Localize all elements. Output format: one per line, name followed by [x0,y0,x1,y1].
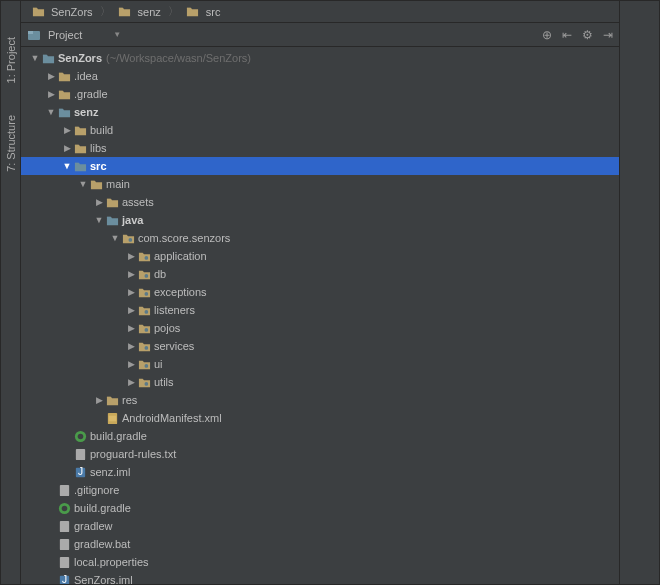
tree-item-label: build.gradle [74,502,131,514]
tree-item-label: ui [154,358,163,370]
folder-icon [89,177,103,191]
package-icon [137,357,151,371]
tree-row[interactable]: build.gradle [21,499,619,517]
svg-rect-21 [59,520,68,531]
tree-item-label: res [122,394,137,406]
tree-row[interactable]: gradlew [21,517,619,535]
tree-arrow-icon[interactable]: ▶ [125,323,137,333]
breadcrumb-separator: 〉 [100,4,111,19]
tree-item-label: main [106,178,130,190]
tree-row[interactable]: ▶services [21,337,619,355]
tree-row[interactable]: ▶res [21,391,619,409]
tree-row[interactable]: ▼SenZors (~/Workspace/wasn/SenZors) [21,49,619,67]
tree-item-path: (~/Workspace/wasn/SenZors) [106,52,251,64]
breadcrumb-item[interactable]: SenZors [25,5,99,19]
tree-row[interactable]: .gitignore [21,481,619,499]
tree-row[interactable]: ▼src [21,157,619,175]
tree-item-label: exceptions [154,286,207,298]
tree-row[interactable]: ▶assets [21,193,619,211]
tree-row[interactable]: AndroidManifest.xml [21,409,619,427]
svg-point-5 [144,292,148,296]
project-view-dropdown[interactable]: Project ▼ [48,29,121,41]
tree-row[interactable]: build.gradle [21,427,619,445]
package-icon [137,321,151,335]
tree-row[interactable]: ▼com.score.senzors [21,229,619,247]
structure-tab-label: 7: Structure [5,115,17,172]
tree-item-label: gradlew [74,520,113,532]
breadcrumb-item[interactable]: src [180,5,227,19]
tree-row[interactable]: ▶.gradle [21,85,619,103]
project-tool-tab[interactable]: 1: Project [3,31,19,89]
tree-item-label: .gitignore [74,484,119,496]
gradle-icon [57,501,71,515]
tree-arrow-icon[interactable]: ▶ [45,71,57,81]
tree-arrow-icon[interactable]: ▼ [93,215,105,225]
tree-item-label: AndroidManifest.xml [122,412,222,424]
breadcrumb-separator: 〉 [168,4,179,19]
tree-arrow-icon[interactable]: ▶ [125,251,137,261]
tree-row[interactable]: ▶db [21,265,619,283]
tree-row[interactable]: gradlew.bat [21,535,619,553]
svg-rect-15 [75,448,84,459]
tree-row[interactable]: ▼java [21,211,619,229]
scroll-from-source-icon[interactable]: ⊕ [542,28,552,42]
ide-window: 1: Project 7: Structure SenZors〉senz〉src… [0,0,660,585]
tree-arrow-icon[interactable]: ▶ [93,197,105,207]
tree-row[interactable]: ▶libs [21,139,619,157]
tree-item-label: assets [122,196,154,208]
structure-tool-tab[interactable]: 7: Structure [3,109,19,178]
xml-icon [105,411,119,425]
tree-arrow-icon[interactable]: ▶ [125,377,137,387]
tree-row[interactable]: ▶listeners [21,301,619,319]
tree-arrow-icon[interactable]: ▶ [125,305,137,315]
chevron-down-icon: ▼ [113,30,121,39]
breadcrumb-bar: SenZors〉senz〉src [21,1,619,23]
project-dropdown-label: Project [48,29,82,41]
tree-item-label: gradlew.bat [74,538,130,550]
tree-row[interactable]: ▶ui [21,355,619,373]
tree-arrow-icon[interactable]: ▼ [29,53,41,63]
svg-point-7 [144,328,148,332]
tree-arrow-icon[interactable]: ▼ [109,233,121,243]
project-tree[interactable]: ▼SenZors (~/Workspace/wasn/SenZors)▶.ide… [21,47,619,584]
tree-row[interactable]: ▼main [21,175,619,193]
tree-row[interactable]: JSenZors.iml [21,571,619,584]
tree-arrow-icon[interactable]: ▶ [93,395,105,405]
tree-row[interactable]: ▶.idea [21,67,619,85]
tree-item-label: pojos [154,322,180,334]
tree-arrow-icon[interactable]: ▶ [125,341,137,351]
tree-arrow-icon[interactable]: ▶ [125,359,137,369]
tree-item-label: senz.iml [90,466,130,478]
settings-gear-icon[interactable]: ⚙ [582,28,593,42]
tree-arrow-icon[interactable]: ▼ [77,179,89,189]
tree-row[interactable]: local.properties [21,553,619,571]
tree-row[interactable]: Jsenz.iml [21,463,619,481]
tree-arrow-icon[interactable]: ▶ [125,269,137,279]
tree-arrow-icon[interactable]: ▶ [125,287,137,297]
tree-arrow-icon[interactable]: ▶ [61,143,73,153]
tree-row[interactable]: ▶application [21,247,619,265]
tree-arrow-icon[interactable]: ▼ [61,161,73,171]
tree-arrow-icon[interactable]: ▶ [61,125,73,135]
hide-icon[interactable]: ⇥ [603,28,613,42]
tree-arrow-icon[interactable]: ▶ [45,89,57,99]
tree-row[interactable]: ▶pojos [21,319,619,337]
collapse-all-icon[interactable]: ⇤ [562,28,572,42]
tree-row[interactable]: ▶utils [21,373,619,391]
project-tab-label: 1: Project [5,37,17,83]
svg-rect-23 [59,556,68,567]
tree-item-label: SenZors [58,52,102,64]
left-tool-tabs: 1: Project 7: Structure [1,1,21,584]
tree-row[interactable]: proguard-rules.txt [21,445,619,463]
folder-icon [73,141,87,155]
breadcrumb-item[interactable]: senz [112,5,167,19]
tree-row[interactable]: ▶exceptions [21,283,619,301]
tree-row[interactable]: ▶build [21,121,619,139]
svg-point-14 [77,433,83,439]
project-icon [27,28,41,42]
package-icon [137,375,151,389]
tree-row[interactable]: ▼senz [21,103,619,121]
file-icon [57,519,71,533]
svg-point-20 [61,505,67,511]
tree-arrow-icon[interactable]: ▼ [45,107,57,117]
